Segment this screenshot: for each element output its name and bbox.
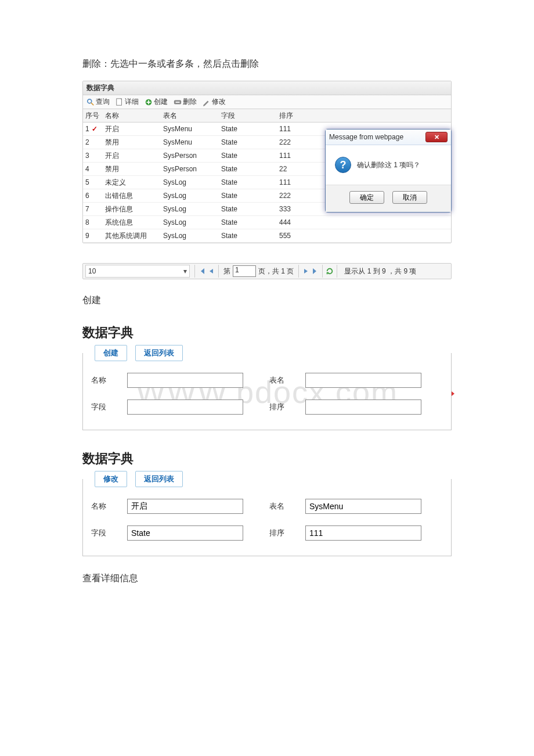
row-number: 3 (85, 152, 89, 160)
detail-button[interactable]: 详细 (116, 97, 139, 107)
cell-name: 系统信息 (105, 218, 163, 228)
first-icon (199, 268, 205, 275)
question-icon: ? (335, 157, 351, 173)
svg-line-1 (91, 102, 93, 105)
name-field[interactable] (127, 373, 243, 388)
query-button[interactable]: 查询 (86, 97, 110, 107)
table-field-edit[interactable] (305, 499, 421, 514)
modify-label: 修改 (212, 97, 226, 107)
page-input[interactable]: 1 (233, 265, 256, 277)
page-prefix: 第 (221, 267, 233, 276)
cell-field: State (221, 138, 279, 146)
tab-back-list[interactable]: 返回列表 (135, 345, 183, 361)
svg-point-0 (88, 99, 92, 103)
field-field[interactable] (127, 399, 243, 415)
prev-page-button[interactable] (207, 267, 216, 276)
row-number: 6 (85, 192, 89, 200)
cell-field: State (221, 232, 279, 240)
cell-table: SysPerson (163, 152, 221, 160)
refresh-button[interactable] (325, 267, 334, 276)
create-label: 创建 (154, 97, 168, 107)
last-page-button[interactable] (311, 267, 320, 276)
svg-rect-2 (117, 98, 122, 105)
row-number: 5 (85, 178, 89, 186)
row-number: 1 (85, 125, 89, 133)
table-row[interactable]: 8系统信息SysLogState444 (83, 216, 451, 229)
search-icon (86, 98, 95, 106)
cell-name: 开启 (105, 124, 163, 134)
row-number: 4 (85, 165, 89, 173)
cell-table: SysLog (163, 218, 221, 226)
table-row[interactable]: 9其他系统调用SysLogState555 (83, 229, 451, 243)
row-number: 9 (85, 232, 89, 240)
col-field: 字段 (221, 111, 279, 121)
page-icon (116, 98, 124, 106)
label-table: 表名 (269, 375, 301, 386)
delete-button[interactable]: 删除 (174, 97, 197, 107)
cell-table: SysLog (163, 192, 221, 200)
cell-table: SysPerson (163, 165, 221, 173)
create-button[interactable]: 创建 (145, 97, 168, 107)
cancel-button[interactable]: 取消 (392, 191, 427, 204)
col-name: 名称 (105, 111, 163, 121)
modify-button[interactable]: 修改 (203, 97, 226, 107)
cell-field: State (221, 125, 279, 133)
dialog-close-button[interactable]: ✕ (425, 132, 448, 142)
delete-label: 删除 (183, 97, 197, 107)
field-field-edit[interactable] (127, 525, 243, 541)
label-name-edit: 名称 (91, 501, 122, 512)
cell-field: State (221, 192, 279, 200)
section-title-create: 数据字典 (82, 324, 452, 341)
confirm-dialog: Message from webpage ✕ ? 确认删除这 1 项吗？ 确定 … (325, 129, 452, 213)
close-icon: ✕ (434, 134, 439, 141)
cell-name: 其他系统调用 (105, 231, 163, 241)
cell-name: 开启 (105, 151, 163, 161)
cell-field: State (221, 218, 279, 226)
tab-create[interactable]: 创建 (95, 345, 127, 361)
label-table-edit: 表名 (269, 501, 301, 512)
label-sort: 排序 (269, 402, 301, 412)
sort-field[interactable] (305, 399, 421, 415)
total-pages: 1 (281, 267, 285, 275)
ok-button[interactable]: 确定 (349, 191, 384, 204)
svg-rect-5 (176, 102, 180, 103)
cell-name: 未定义 (105, 178, 163, 188)
row-number: 2 (85, 138, 89, 146)
first-page-button[interactable] (197, 267, 207, 276)
detail-label: 详细 (125, 97, 139, 107)
sort-field-edit[interactable] (305, 525, 421, 541)
row-number: 7 (85, 205, 89, 213)
cell-name: 操作信息 (105, 204, 163, 214)
tab-back-list-edit[interactable]: 返回列表 (135, 471, 183, 487)
cell-table: SysMenu (163, 138, 221, 146)
view-heading: 查看详细信息 (82, 573, 452, 585)
pager-info: 显示从 1 到 9 ，共 9 项 (340, 267, 451, 276)
name-field-edit[interactable] (127, 499, 243, 514)
page-size-value: 10 (88, 267, 96, 275)
edit-form-panel: 修改 返回列表 名称 表名 字段 排序 (82, 479, 452, 556)
cell-field: State (221, 165, 279, 173)
dialog-message: 确认删除这 1 项吗？ (357, 160, 420, 170)
label-field: 字段 (91, 402, 122, 412)
grid-toolbar: 查询 详细 创建 删除 修改 (83, 95, 451, 109)
cell-sort: 444 (279, 218, 337, 226)
cell-field: State (221, 205, 279, 213)
last-icon (312, 268, 319, 275)
next-page-button[interactable] (301, 267, 311, 276)
page-suffix: 页 (287, 267, 294, 275)
col-seq: 序号 (85, 111, 105, 121)
instruction-delete: 删除：先选中一条或者多条，然后点击删除 (82, 58, 452, 70)
cell-name: 禁用 (105, 138, 163, 147)
pager: 10 ▾ 第 1 页，共 1 页 显示从 1 到 9 ，共 9 项 (82, 263, 452, 279)
label-field-edit: 字段 (91, 528, 122, 538)
create-form-panel: 创建 返回列表 名称 表名 字段 排序 (82, 353, 452, 430)
tab-modify[interactable]: 修改 (95, 471, 127, 487)
col-table: 表名 (163, 111, 221, 121)
cell-name: 禁用 (105, 164, 163, 174)
cell-sort: 555 (279, 232, 337, 240)
check-icon: ✓ (92, 125, 98, 133)
cell-table: SysLog (163, 178, 221, 186)
grid-header: 序号 名称 表名 字段 排序 (83, 109, 451, 123)
table-field[interactable] (305, 373, 421, 388)
page-size-select[interactable]: 10 ▾ (85, 265, 190, 278)
